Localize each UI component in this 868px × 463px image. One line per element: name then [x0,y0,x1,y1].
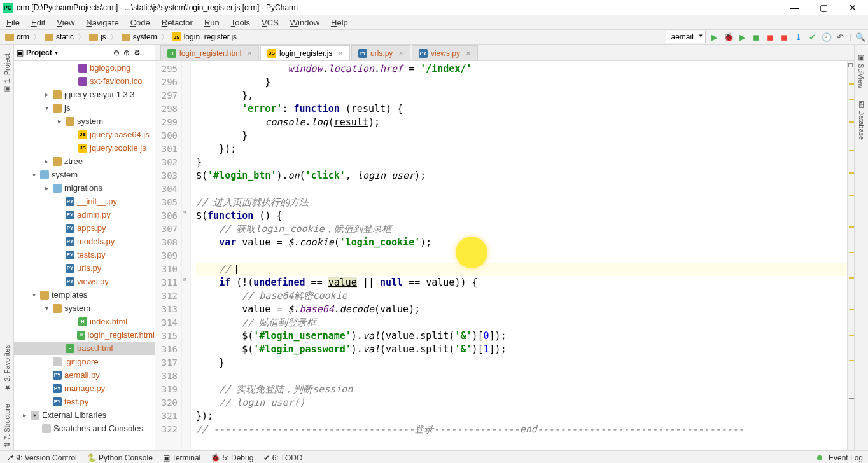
editor-tab[interactable]: PYurls.py× [351,45,410,60]
minimize-button[interactable]: — [785,3,803,13]
tree-item[interactable]: PYaemail.py [14,368,155,382]
menubar: FileEditViewNavigateCodeRefactorRunTools… [0,15,868,29]
menu-run[interactable]: Run [200,17,223,29]
tree-item[interactable]: ▸jquery-easyui-1.3.3 [14,88,155,101]
python-console-button[interactable]: 🐍 Python Console [87,453,153,462]
breadcrumb-item[interactable]: static [42,32,76,41]
tree-item[interactable]: .gitignore [14,355,155,368]
tree-item[interactable]: ▸ztree [14,155,155,168]
favorites-tool-button[interactable]: ★ 2: Favorites [3,342,11,394]
todo-button[interactable]: ✔ 6: TODO [263,453,302,462]
menu-help[interactable]: Help [327,17,352,29]
close-button[interactable]: ✕ [844,3,862,13]
editor-tab[interactable]: Hlogin_register.html× [160,45,259,60]
project-view-dropdown[interactable]: Project [26,48,52,57]
tree-item[interactable]: PYmodels.py [14,235,155,248]
event-log-button[interactable]: Event Log [829,453,863,462]
tree-item[interactable]: PYurls.py [14,261,155,275]
tree-item[interactable]: Hindex.html [14,315,155,328]
tree-item[interactable]: ▾js [14,101,155,114]
editor-body[interactable]: 2952962972982993003013023033043053063073… [155,61,854,450]
tree-item[interactable]: PYtests.py [14,248,155,261]
tree-item[interactable]: PYmanage.py [14,382,155,395]
run-config-dropdown[interactable]: aemail [666,31,706,43]
collapse-icon[interactable]: ⊖ [113,48,120,57]
version-control-button[interactable]: ⎇ 9: Version Control [5,453,77,462]
menu-tools[interactable]: Tools [227,17,254,29]
breadcrumb-item[interactable]: crm [3,32,32,41]
menu-window[interactable]: Window [286,17,323,29]
commit-icon[interactable]: ✔ [808,32,818,42]
sciview-tool-button[interactable]: ▣ SciView [857,51,865,91]
structure-tool-button[interactable]: ⇅ 7: Structure [3,401,11,450]
breadcrumb-item[interactable]: js [87,32,109,41]
menu-navigate[interactable]: Navigate [82,17,122,29]
code-content[interactable]: window.location.href = '/index/' } }, 'e… [191,61,854,450]
menu-file[interactable]: File [3,17,24,29]
menu-edit[interactable]: Edit [27,17,49,29]
coverage-icon[interactable]: ▶ [738,32,748,42]
terminal-button[interactable]: ▣ Terminal [163,453,200,462]
titlebar: PC crm [D:\PycharmProjects\crm] - ...\st… [0,0,868,15]
tree-item[interactable]: ▾templates [14,288,155,301]
marker-strip[interactable] [847,61,854,450]
inspection-indicator[interactable] [848,63,853,67]
breadcrumb-item[interactable]: system [119,32,160,41]
update-icon[interactable]: ⤓ [794,32,804,42]
cursor-highlight [456,237,487,268]
revert-icon[interactable]: ↶ [836,32,846,42]
close-tab-icon[interactable]: × [466,48,471,58]
window-title: crm [D:\PycharmProjects\crm] - ...\stati… [17,3,785,12]
database-tool-button[interactable]: 🗄 Database [858,99,865,142]
tree-item[interactable]: PYadmin.py [14,208,155,221]
locate-icon[interactable]: ⊕ [123,48,130,57]
stop2-icon[interactable]: ◼ [780,32,790,42]
debug-icon[interactable]: 🐞 [724,32,734,42]
menu-vcs[interactable]: VCS [258,17,283,29]
project-panel-header: ▣Project▾ ⊖ ⊕ ⚙ — [14,45,155,61]
breadcrumb-row: crm〉static〉js〉system〉JSlogin_register.js… [0,29,868,45]
close-tab-icon[interactable]: × [338,48,343,58]
menu-code[interactable]: Code [127,17,154,29]
history-icon[interactable]: 🕘 [822,32,832,42]
project-tool-button[interactable]: ▣ 1: Project [3,51,11,96]
editor-tab[interactable]: PYviews.py× [412,45,478,60]
profile-icon[interactable]: ◼ [752,32,762,42]
settings-icon[interactable]: ⚙ [134,48,141,57]
menu-view[interactable]: View [53,17,78,29]
maximize-button[interactable]: ▢ [815,3,832,13]
tree-item[interactable]: ▸migrations [14,181,155,195]
tree-item[interactable]: Scratches and Consoles [14,422,155,435]
tree-item[interactable]: JSjquery.base64.js [14,128,155,141]
editor-tab[interactable]: JSlogin_register.js× [260,45,350,60]
stop-icon[interactable]: ◼ [766,32,776,42]
menu-refactor[interactable]: Refactor [158,17,197,29]
tree-item[interactable]: PYviews.py [14,275,155,288]
tree-item[interactable]: ▾system [14,168,155,181]
run-icon[interactable]: ▶ [710,32,720,42]
editor-tabs: Hlogin_register.html×JSlogin_register.js… [155,45,854,61]
close-tab-icon[interactable]: × [247,48,252,58]
tree-item[interactable]: sxt-favicon.ico [14,74,155,88]
project-tree[interactable]: bglogo.pngsxt-favicon.ico▸jquery-easyui-… [14,61,155,450]
debug-button[interactable]: 🐞 5: Debug [211,453,253,462]
project-panel: ▣Project▾ ⊖ ⊕ ⚙ — bglogo.pngsxt-favicon.… [14,45,155,450]
close-tab-icon[interactable]: × [398,48,403,58]
tree-item[interactable]: Hlogin_register.html [14,328,155,342]
tree-item[interactable]: Hbase.html [14,342,155,355]
bottom-tools: ⎇ 9: Version Control 🐍 Python Console ▣ … [0,450,868,463]
tree-item[interactable]: ▾system [14,301,155,315]
tree-item[interactable]: ▸system [14,114,155,128]
search-everywhere-icon[interactable]: 🔍 [855,32,865,42]
tree-item[interactable]: PY__init__.py [14,195,155,208]
tree-item[interactable]: ▸▸External Libraries [14,408,155,422]
tree-item[interactable]: PYtest.py [14,395,155,408]
editor-area: Hlogin_register.html×JSlogin_register.js… [155,45,854,450]
tree-item[interactable]: PYapps.py [14,221,155,235]
hide-icon[interactable]: — [144,48,152,57]
tree-item[interactable]: bglogo.png [14,61,155,74]
tree-item[interactable]: JSjquery.cookie.js [14,141,155,155]
fold-column[interactable]: ⊟ ⊟ [182,61,191,450]
pycharm-icon: PC [3,3,13,13]
breadcrumb-item[interactable]: JSlogin_register.js [170,32,239,41]
